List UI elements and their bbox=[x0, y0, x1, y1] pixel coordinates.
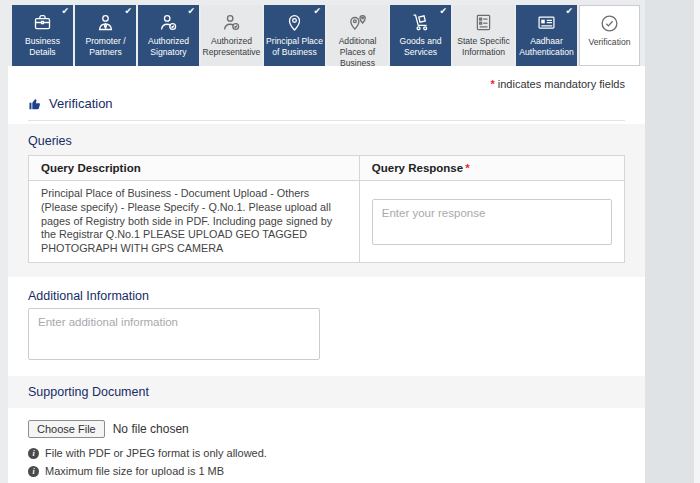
tab-authorized-signatory[interactable]: ✔Authorized Signatory bbox=[138, 5, 199, 66]
info-icon: i bbox=[28, 448, 39, 459]
note-format: i File with PDF or JPEG format is only a… bbox=[28, 447, 625, 459]
checkmark-icon: ✔ bbox=[439, 6, 447, 16]
query-response-input[interactable] bbox=[372, 199, 612, 245]
tab-label: Principal Place of Business bbox=[264, 36, 325, 58]
thumbs-up-icon bbox=[28, 97, 42, 111]
tab-authorized-representative[interactable]: Authorized Representative bbox=[201, 5, 262, 66]
required-asterisk: * bbox=[465, 162, 469, 174]
checkmark-icon: ✔ bbox=[124, 6, 132, 16]
person-check-icon bbox=[221, 12, 242, 33]
queries-table: Query Description Query Response* Princi… bbox=[28, 155, 625, 263]
tab-bar: ✔Business Details✔Promoter / Partners✔Au… bbox=[12, 5, 640, 66]
tab-label: Verification bbox=[587, 37, 631, 48]
supporting-document-section: Supporting Document bbox=[8, 376, 645, 408]
verification-content-panel: *indicates mandatory fields Verification… bbox=[8, 66, 645, 483]
tab-business-details[interactable]: ✔Business Details bbox=[12, 5, 73, 66]
heading-divider bbox=[28, 120, 625, 121]
query-response-cell bbox=[359, 181, 624, 263]
page-title-text: Verification bbox=[49, 96, 113, 111]
location-pins-icon bbox=[347, 12, 368, 33]
tab-label: State Specific Information bbox=[453, 36, 514, 58]
tab-additional-places-of-business[interactable]: Additional Places of Business bbox=[327, 5, 388, 66]
trolley-icon bbox=[410, 12, 431, 33]
location-pin-icon bbox=[284, 12, 305, 33]
note-size: i Maximum file size for upload is 1 MB bbox=[28, 465, 625, 477]
document-lines-icon bbox=[473, 12, 494, 33]
query-description-header: Query Description bbox=[29, 156, 360, 181]
tab-verification[interactable]: Verification bbox=[579, 5, 640, 66]
file-status-text: No file chosen bbox=[113, 422, 189, 436]
tab-label: Business Details bbox=[12, 36, 73, 58]
tab-label: Authorized Signatory bbox=[138, 36, 199, 58]
file-upload-row: Choose File No file chosen bbox=[28, 420, 625, 438]
mandatory-fields-note: *indicates mandatory fields bbox=[8, 66, 645, 90]
person-check-icon bbox=[158, 12, 179, 33]
additional-information-section: Additional Information bbox=[28, 289, 625, 364]
additional-information-title: Additional Information bbox=[28, 289, 625, 303]
query-row: Principal Place of Business - Document U… bbox=[29, 181, 625, 263]
query-response-header: Query Response* bbox=[359, 156, 624, 181]
queries-section-title: Queries bbox=[28, 134, 625, 148]
tab-label: Goods and Services bbox=[390, 36, 451, 58]
id-card-icon bbox=[536, 12, 557, 33]
checkmark-icon: ✔ bbox=[313, 6, 321, 16]
scrollbar-track[interactable] bbox=[694, 0, 700, 483]
choose-file-button[interactable]: Choose File bbox=[28, 420, 105, 438]
supporting-document-title: Supporting Document bbox=[28, 385, 625, 399]
briefcase-icon bbox=[32, 12, 53, 33]
page-right-gutter bbox=[645, 0, 694, 483]
page-title: Verification bbox=[28, 96, 625, 111]
checkmark-icon: ✔ bbox=[61, 6, 69, 16]
additional-information-input[interactable] bbox=[28, 308, 320, 360]
person-icon bbox=[95, 12, 116, 33]
check-circle-icon bbox=[599, 13, 620, 34]
tab-aadhaar-authentication[interactable]: ✔Aadhaar Authentication bbox=[516, 5, 577, 66]
tab-label: Aadhaar Authentication bbox=[516, 36, 577, 58]
tab-label: Authorized Representative bbox=[201, 36, 262, 58]
checkmark-icon: ✔ bbox=[187, 6, 195, 16]
queries-section: Queries Query Description Query Response… bbox=[8, 124, 645, 277]
tab-principal-place-of-business[interactable]: ✔Principal Place of Business bbox=[264, 5, 325, 66]
mandatory-asterisk: * bbox=[491, 78, 495, 90]
tab-goods-and-services[interactable]: ✔Goods and Services bbox=[390, 5, 451, 66]
tab-label: Promoter / Partners bbox=[75, 36, 136, 58]
checkmark-icon: ✔ bbox=[565, 6, 573, 16]
file-upload-notes: i File with PDF or JPEG format is only a… bbox=[28, 447, 625, 477]
query-description-cell: Principal Place of Business - Document U… bbox=[29, 181, 360, 263]
tab-promoter-partners[interactable]: ✔Promoter / Partners bbox=[75, 5, 136, 66]
tab-label: Additional Places of Business bbox=[327, 36, 388, 70]
info-icon: i bbox=[28, 466, 39, 477]
tab-state-specific-information[interactable]: State Specific Information bbox=[453, 5, 514, 66]
